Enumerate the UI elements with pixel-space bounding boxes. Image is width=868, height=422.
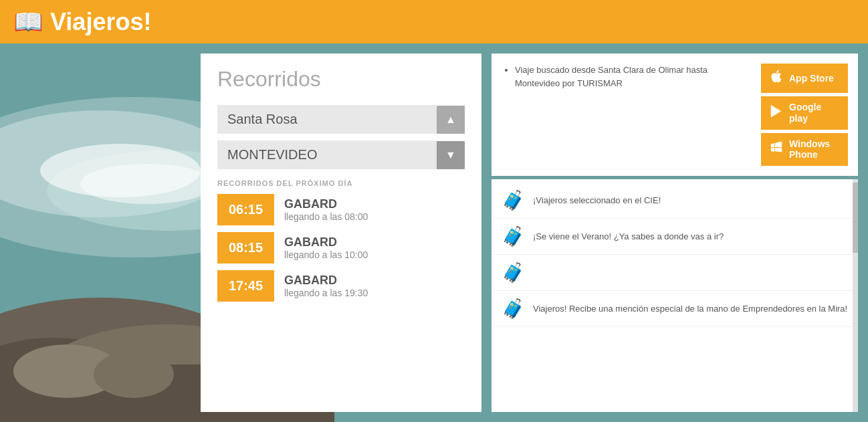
news-text-0: ¡Viajeros seleccionado en el CIE!: [533, 195, 661, 207]
trip-item[interactable]: 08:15 GABARD llegando a las 10:00: [217, 232, 465, 263]
suitcase-icon-2: 🧳: [502, 261, 525, 284]
right-panel: Viaje buscado desde Santa Clara de Olima…: [481, 43, 868, 422]
trip-arrival-0: llegando a las 08:00: [284, 211, 368, 222]
to-input[interactable]: MONTEVIDEO: [217, 140, 437, 169]
google-play-icon: [769, 104, 784, 122]
windows-phone-button[interactable]: Windows Phone: [761, 133, 848, 167]
from-arrow-up[interactable]: ▲: [437, 106, 465, 134]
main-content: Recorridos Santa Rosa ▲ MONTEVIDEO ▼ REC…: [0, 43, 868, 422]
trip-info-0: GABARD llegando a las 08:00: [284, 197, 368, 222]
trip-company-2: GABARD: [284, 274, 368, 288]
section-label: RECORRIDOS DEL PRÓXIMO DÍA: [217, 179, 465, 187]
suitcase-icon-3: 🧳: [502, 298, 525, 320]
from-selector: Santa Rosa ▲: [217, 105, 465, 134]
trip-company-0: GABARD: [284, 197, 368, 211]
news-item[interactable]: 🧳 ¡Viajeros seleccionado en el CIE!: [492, 183, 858, 219]
logo-icon: 📖: [13, 8, 43, 36]
news-section: 🧳 ¡Viajeros seleccionado en el CIE! 🧳 ¡S…: [492, 179, 858, 412]
app-store-button[interactable]: App Store: [761, 64, 848, 93]
news-text-3: Viajeros! Recibe una mención especial de…: [533, 303, 847, 315]
google-play-label: Google play: [789, 102, 840, 124]
to-arrow-down[interactable]: ▼: [437, 141, 465, 169]
left-background: [0, 43, 201, 422]
suitcase-icon-0: 🧳: [502, 189, 525, 211]
trip-info-1: GABARD llegando a las 10:00: [284, 235, 368, 260]
app-store-label: App Store: [789, 73, 834, 84]
trip-time-0: 06:15: [217, 194, 274, 225]
trip-time-2: 17:45: [217, 270, 274, 302]
app-store-section: Viaje buscado desde Santa Clara de Olima…: [492, 54, 858, 176]
recorridos-title: Recorridos: [217, 67, 465, 92]
news-item[interactable]: 🧳 ¡Se viene el Verano! ¿Ya sabes a donde…: [492, 219, 858, 255]
trip-company-1: GABARD: [284, 235, 368, 249]
google-play-button[interactable]: Google play: [761, 96, 848, 130]
logo-text: Viajeros!: [50, 8, 151, 36]
apple-icon: [769, 69, 784, 88]
suitcase-icon-1: 🧳: [502, 225, 525, 247]
trip-arrival-2: llegando a las 19:30: [284, 288, 368, 298]
search-result-text: Viaje buscado desde Santa Clara de Olima…: [502, 64, 754, 90]
to-selector: MONTEVIDEO ▼: [217, 140, 465, 169]
logo: 📖 Viajeros!: [13, 8, 151, 36]
from-input[interactable]: Santa Rosa: [217, 105, 437, 134]
trip-item[interactable]: 06:15 GABARD llegando a las 08:00: [217, 194, 465, 225]
news-item[interactable]: 🧳 Viajeros! Recibe una mención especial …: [492, 291, 858, 327]
recorridos-panel: Recorridos Santa Rosa ▲ MONTEVIDEO ▼ REC…: [201, 54, 481, 412]
trip-time-1: 08:15: [217, 232, 274, 263]
scrollbar-track[interactable]: [853, 179, 858, 412]
header: 📖 Viajeros!: [0, 0, 868, 43]
trip-item[interactable]: 17:45 GABARD llegando a las 19:30: [217, 270, 465, 302]
trip-arrival-1: llegando a las 10:00: [284, 249, 368, 260]
search-result-item: Viaje buscado desde Santa Clara de Olima…: [515, 64, 754, 90]
windows-icon: [769, 140, 784, 159]
news-item[interactable]: 🧳: [492, 255, 858, 291]
scrollbar-thumb[interactable]: [853, 183, 858, 252]
windows-phone-label: Windows Phone: [789, 138, 840, 161]
news-text-1: ¡Se viene el Verano! ¿Ya sabes a donde v…: [533, 231, 724, 243]
trip-info-2: GABARD llegando a las 19:30: [284, 274, 368, 298]
app-buttons: App Store Google play: [761, 64, 848, 166]
